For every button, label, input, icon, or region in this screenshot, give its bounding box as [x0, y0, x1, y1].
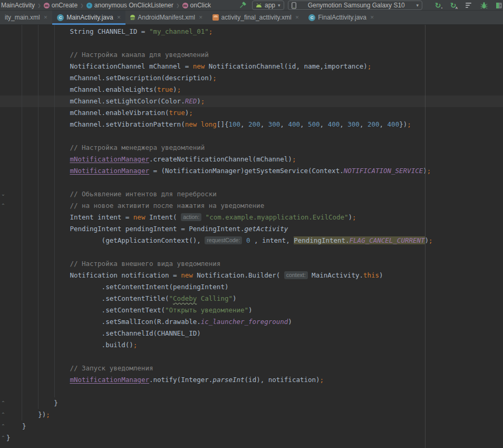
code-line[interactable]: .setSmallIcon(R.drawable.ic_launcher_for… — [0, 316, 503, 328]
code-token: Notification.Builder( — [193, 271, 284, 279]
manifest-file-icon: MF — [130, 15, 135, 21]
close-icon[interactable]: ✕ — [44, 15, 48, 20]
editor-tab-bar: ity_main.xml ✕ C MainActivity.java ✕ MF … — [0, 11, 503, 25]
code-line[interactable] — [0, 246, 503, 258]
code-line[interactable]: // на новое активити после нажатия на ув… — [0, 200, 503, 212]
breadcrumb-item-anonymous-listener[interactable]: anonymous OnClickListener — [86, 2, 173, 9]
code-token: Intent( — [145, 213, 181, 221]
code-line[interactable]: .setContentTitle("Codeby Calling") — [0, 293, 503, 304]
run-actions: ↻ ▪ ↻ A — [433, 0, 503, 11]
code-line[interactable] — [0, 177, 503, 188]
fold-end-icon[interactable]: ⌃ — [1, 409, 6, 420]
debug-button[interactable] — [479, 1, 488, 10]
code-line[interactable]: // Обьявление интентов для переброски — [0, 188, 503, 200]
code-line[interactable]: .setContentText("Открыть уведомление") — [0, 304, 503, 316]
code-line[interactable]: Intent intent = new Intent( action: "com… — [0, 212, 503, 223]
code-line[interactable]: mChannel.enableVibration(true); — [0, 107, 503, 119]
code-token: mChannel.enableVibration( — [6, 109, 169, 117]
editor[interactable]: String CHANNEL_ID = "my_channel_01"; // … — [0, 25, 503, 448]
code-line[interactable]: String CHANNEL_ID = "my_channel_01"; — [0, 26, 503, 37]
code-token: ) — [349, 213, 353, 221]
phone-icon — [292, 2, 296, 9]
code-token: (id), notification) — [245, 376, 320, 384]
code-line[interactable]: mNotificationManager = (NotificationMana… — [0, 165, 503, 177]
breadcrumb-item-oncreate[interactable]: m onCreate — [44, 2, 78, 9]
code-line[interactable]: mChannel.setVibrationPattern(new long[]{… — [0, 119, 503, 130]
tab-mainactivity-java[interactable]: C MainActivity.java ✕ — [52, 11, 125, 24]
code-line[interactable]: mChannel.enableLights(true); — [0, 84, 503, 96]
code-line[interactable]: mChannel.setLightColor(Color.RED); — [0, 96, 503, 107]
device-label: Genymotion Samsung Galaxy S10 — [308, 2, 405, 9]
code-token: } — [6, 422, 26, 430]
close-icon[interactable]: ✕ — [199, 15, 203, 20]
code-token: .build() — [6, 341, 133, 349]
code-token — [242, 236, 246, 244]
main-toolbar: MainActivity ❯ m onCreate ❯ anonymous On… — [0, 0, 503, 11]
code-token: Intent intent = — [6, 213, 133, 221]
code-token: String CHANNEL_ID = — [6, 27, 149, 35]
code-line[interactable]: } — [0, 397, 503, 409]
tab-finalacttivity-java[interactable]: C FinalActtivity.java ✕ — [304, 11, 379, 24]
code-line[interactable]: .setChannelId(CHANNEL_ID) — [0, 328, 503, 339]
code-line[interactable]: (getApplicationContext(), requestCode: 0… — [0, 235, 503, 246]
code-line[interactable]: .setContentIntent(pendingIntent) — [0, 281, 503, 293]
anonymous-class-icon — [86, 3, 92, 8]
device-dropdown[interactable]: Genymotion Samsung Galaxy S10 ▾ — [288, 1, 422, 10]
code-line[interactable]: }); — [0, 409, 503, 421]
code-token: 400 — [388, 120, 400, 128]
apply-changes-restart-button[interactable]: ↻ ▪ — [433, 1, 442, 10]
fold-end-icon[interactable]: ⌃ — [1, 433, 6, 443]
tab-androidmanifest-xml[interactable]: MF AndroidManifest.xml ✕ — [125, 11, 207, 24]
code-token: getActivity — [245, 225, 288, 233]
code-line[interactable] — [0, 386, 503, 397]
code-line[interactable]: mNotificationManager.notify(Integer.pars… — [0, 374, 503, 386]
code-line[interactable]: } — [0, 421, 503, 432]
code-token: .setContentText( — [6, 306, 165, 314]
code-line[interactable] — [0, 37, 503, 49]
code-token: .notify(Integer. — [149, 376, 212, 384]
code-token: ; — [352, 213, 356, 221]
tab-activity-main-xml[interactable]: ity_main.xml ✕ — [0, 11, 52, 24]
code-line[interactable] — [0, 130, 503, 142]
code-line[interactable]: mNotificationManager.createNotificationC… — [0, 154, 503, 165]
code-token: ; — [189, 109, 193, 117]
code-line[interactable]: mChannel.setDescription(description); — [0, 72, 503, 84]
fold-end-icon[interactable]: ⌃ — [1, 201, 6, 211]
close-icon[interactable]: ✕ — [117, 15, 121, 20]
code-token: , — [260, 120, 268, 128]
code-token: new — [185, 120, 197, 128]
fold-end-icon[interactable]: ⌃ — [1, 398, 6, 408]
run-config-label: app — [265, 2, 275, 9]
method-icon: m — [44, 3, 50, 8]
fold-end-icon[interactable]: ⌃ — [1, 421, 6, 432]
run-config-dropdown[interactable]: app ▾ — [252, 1, 284, 10]
breadcrumb-item-mainactivity[interactable]: MainActivity — [1, 2, 35, 9]
code-line[interactable]: } — [0, 432, 503, 444]
close-icon[interactable]: ✕ — [370, 15, 374, 20]
code-token: mChannel.setVibrationPattern( — [6, 120, 185, 128]
breadcrumb-item-onclick[interactable]: m onClick — [182, 2, 211, 9]
attach-debugger-button[interactable] — [495, 1, 503, 10]
code-line[interactable]: // Настройка менеджера уведомлений — [0, 142, 503, 154]
profiler-button[interactable] — [464, 1, 473, 10]
close-icon[interactable]: ✕ — [295, 15, 299, 20]
code-token: mNotificationManager — [70, 167, 149, 175]
code-token: long — [201, 120, 217, 128]
code-line[interactable]: // Запуск уведомления — [0, 363, 503, 374]
tab-activity-final-acttivity-xml[interactable]: activity_final_acttivity.xml ✕ — [208, 11, 304, 24]
code-line[interactable]: PendingIntent pendingIntent = PendingInt… — [0, 223, 503, 235]
fold-start-icon[interactable]: ⌄ — [1, 189, 6, 199]
apply-code-changes-button[interactable]: ↻ A — [449, 1, 458, 10]
code-token: ; — [133, 341, 138, 349]
code-line[interactable] — [0, 351, 503, 363]
build-hammer-icon[interactable] — [238, 1, 247, 12]
code-token: ) — [173, 85, 177, 93]
code-line[interactable]: .build(); — [0, 339, 503, 351]
code-area[interactable]: String CHANNEL_ID = "my_channel_01"; // … — [0, 26, 503, 444]
code-line[interactable]: // Настройка внешнего вида уведомления — [0, 258, 503, 270]
code-line[interactable]: Notification notification = new Notifica… — [0, 270, 503, 281]
code-token: []{ — [217, 120, 229, 128]
code-token: this — [363, 271, 379, 279]
code-line[interactable]: NotificationChannel mChannel = new Notif… — [0, 61, 503, 72]
code-line[interactable]: // Настройка канала для уведомлений — [0, 49, 503, 61]
